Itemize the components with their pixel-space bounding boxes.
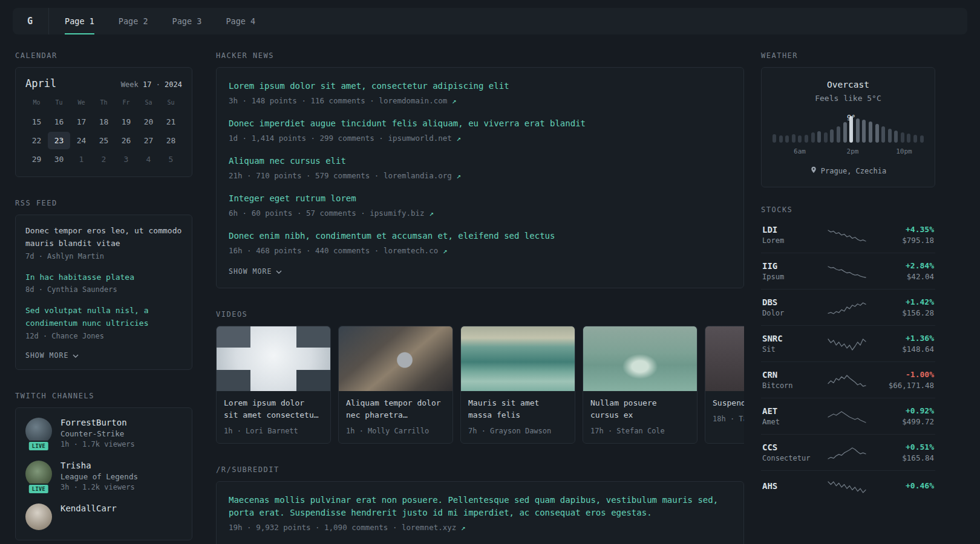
calendar-dow: Mo [25, 99, 48, 112]
rss-show-more-button[interactable]: SHOW MORE [25, 351, 182, 360]
rss-item-title[interactable]: Donec tempor eros leo, ut commodo mauris… [25, 225, 182, 250]
hackernews-widget: HACKER NEWS Lorem ipsum dolor sit amet, … [216, 51, 744, 288]
stock-row[interactable]: CCSConsectetur +0.51%$165.84 [761, 434, 935, 470]
external-link-icon: ↗ [456, 134, 461, 143]
calendar-dow: Tu [48, 99, 70, 112]
twitch-channel-meta: 1h · 1.7k viewers [60, 440, 135, 448]
weather-card: Overcast Feels like 5°C 9° 6am2pm10pm Pr… [761, 67, 935, 187]
videos-widget: VIDEOS Lorem ipsum dolor sit amet consec… [216, 310, 744, 444]
rss-widget: RSS FEED Donec tempor eros leo, ut commo… [15, 199, 192, 370]
tab-page-1[interactable]: Page 1 [65, 8, 94, 34]
stock-name: Amet [762, 418, 818, 426]
stock-row[interactable]: AHS +0.46% [761, 470, 935, 502]
calendar-month: April [25, 77, 56, 89]
stocks-list: LDILorem +4.35%$795.18 IIGIpsum +2.84%$4… [761, 221, 935, 502]
twitch-channel-meta: 3h · 1.2k viewers [60, 483, 138, 491]
hackernews-show-more-button[interactable]: SHOW MORE [229, 267, 731, 276]
tab-page-3[interactable]: Page 3 [172, 8, 202, 34]
rss-item[interactable]: In hac habitasse platea 8d · Cynthia Sau… [25, 271, 182, 294]
stock-price: $66,171.48 [876, 381, 934, 390]
stock-sparkline [818, 479, 876, 494]
external-link-icon: ↗ [429, 209, 434, 218]
hackernews-card: Lorem ipsum dolor sit amet, consectetur … [216, 67, 744, 288]
video-card[interactable]: Aliquam tempor dolor nec pharetra… 1h · … [338, 326, 453, 444]
video-title[interactable]: Aliquam tempor dolor nec pharetra… [339, 391, 452, 421]
calendar-dow: Th [93, 99, 115, 112]
twitch-channel-name[interactable]: ForrestBurton [60, 418, 135, 427]
video-card[interactable]: Suspendisse diam 18h · Tara [705, 326, 744, 444]
twitch-card: LIVE ForrestBurton Counter-Strike 1h · 1… [15, 407, 192, 540]
stock-symbol: LDI [762, 225, 818, 235]
calendar-day-next-month: 2 [93, 151, 115, 168]
twitch-channel-name[interactable]: KendallCarr [60, 504, 117, 513]
stock-sparkline [818, 409, 876, 424]
rss-item-title[interactable]: Sed volutpat nulla nisl, a condimentum n… [25, 305, 182, 330]
stock-sparkline [818, 372, 876, 388]
video-thumbnail [339, 326, 452, 391]
hackernews-item: Integer eget rutrum lorem 6h · 60 points… [229, 192, 731, 218]
stock-price: $499.72 [876, 417, 934, 426]
rss-item-meta: 7d · Ashlyn Martin [25, 252, 182, 261]
weather-feels-like: Feels like 5°C [773, 94, 924, 103]
subreddit-post-domain[interactable]: loremnet.xyz [402, 523, 456, 532]
hackernews-item-domain[interactable]: loremdomain.com [379, 96, 447, 105]
twitch-channel[interactable]: LIVE Trisha League of Legends 3h · 1.2k … [25, 461, 182, 491]
stock-change: -1.00% [876, 370, 934, 379]
twitch-widget: TWITCH CHANNELS LIVE ForrestBurton Count… [15, 392, 192, 540]
video-card[interactable]: Mauris sit amet massa felis 7h · Grayson… [460, 326, 575, 444]
stock-row[interactable]: IIGIpsum +2.84%$42.04 [761, 253, 935, 289]
hackernews-item-domain[interactable]: ipsumworld.net [388, 134, 451, 143]
calendar-card: April Week 17 · 2024 Mo Tu We Th Fr Sa S… [15, 67, 192, 177]
twitch-channel-game: League of Legends [60, 472, 138, 481]
subreddit-widget-label: /R/SUBREDDIT [216, 465, 744, 474]
stock-name: Lorem [762, 236, 818, 245]
stock-sparkline [818, 336, 876, 352]
hackernews-item-title[interactable]: Integer eget rutrum lorem [229, 192, 731, 205]
stock-symbol: IIG [762, 261, 818, 271]
subreddit-post-title[interactable]: Maecenas mollis pulvinar erat non posuer… [229, 494, 731, 519]
weather-condition: Overcast [773, 80, 924, 89]
stock-row[interactable]: LDILorem +4.35%$795.18 [761, 221, 935, 253]
hackernews-item-domain[interactable]: loremlandia.org [384, 171, 452, 180]
twitch-channel[interactable]: LIVE ForrestBurton Counter-Strike 1h · 1… [25, 418, 182, 448]
hackernews-item-title[interactable]: Lorem ipsum dolor sit amet, consectetur … [229, 80, 731, 92]
weather-time-axis: 6am2pm10pm [773, 147, 924, 157]
video-card[interactable]: Nullam posuere cursus ex 17h · Stefan Co… [583, 326, 697, 444]
stocks-widget: STOCKS LDILorem +4.35%$795.18 IIGIpsum +… [761, 206, 935, 502]
external-link-icon: ↗ [452, 96, 457, 105]
stock-row[interactable]: CRNBitcorn -1.00%$66,171.48 [761, 361, 935, 398]
stock-price: $165.84 [876, 453, 934, 462]
hackernews-item-title[interactable]: Donec enim nibh, condimentum et accumsan… [229, 230, 731, 242]
app-logo[interactable]: G [27, 8, 49, 34]
rss-item[interactable]: Sed volutpat nulla nisl, a condimentum n… [25, 305, 182, 340]
hackernews-item-title[interactable]: Aliquam nec cursus elit [229, 155, 731, 167]
stock-name: Consectetur [762, 454, 818, 462]
video-title[interactable]: Mauris sit amet massa felis [461, 391, 575, 421]
calendar-day: 25 [93, 132, 115, 149]
video-card[interactable]: Lorem ipsum dolor sit amet consectetu… 1… [216, 326, 331, 444]
stock-name: Ipsum [762, 273, 818, 281]
tab-page-2[interactable]: Page 2 [119, 8, 148, 34]
calendar-day-selected: 23 [48, 132, 70, 149]
video-title[interactable]: Suspendisse diam [705, 391, 744, 409]
calendar-day-next-month: 4 [137, 151, 160, 168]
stock-price: $795.18 [876, 236, 934, 245]
hackernews-item: Donec enim nibh, condimentum et accumsan… [229, 230, 731, 255]
tab-page-4[interactable]: Page 4 [226, 8, 255, 34]
stock-row[interactable]: DBSDolor +1.42%$156.28 [761, 289, 935, 325]
rss-item[interactable]: Donec tempor eros leo, ut commodo mauris… [25, 225, 182, 261]
hackernews-item-domain[interactable]: loremtech.co [384, 246, 438, 255]
calendar-day: 26 [115, 132, 137, 149]
rss-item-meta: 12d · Chance Jones [25, 332, 182, 340]
calendar-day: 20 [137, 113, 160, 131]
hackernews-item-domain[interactable]: ipsumify.biz [370, 209, 424, 218]
twitch-channel[interactable]: KendallCarr [25, 504, 182, 530]
twitch-channel-name[interactable]: Trisha [60, 461, 138, 470]
video-title[interactable]: Lorem ipsum dolor sit amet consectetu… [217, 391, 330, 421]
video-title[interactable]: Nullam posuere cursus ex [583, 391, 697, 421]
twitch-widget-label: TWITCH CHANNELS [15, 392, 192, 400]
rss-item-title[interactable]: In hac habitasse platea [25, 271, 182, 284]
stock-row[interactable]: AETAmet +0.92%$499.72 [761, 398, 935, 434]
stock-row[interactable]: SNRCSit +1.36%$148.64 [761, 325, 935, 361]
hackernews-item-title[interactable]: Donec imperdiet augue tincidunt felis al… [229, 117, 731, 130]
